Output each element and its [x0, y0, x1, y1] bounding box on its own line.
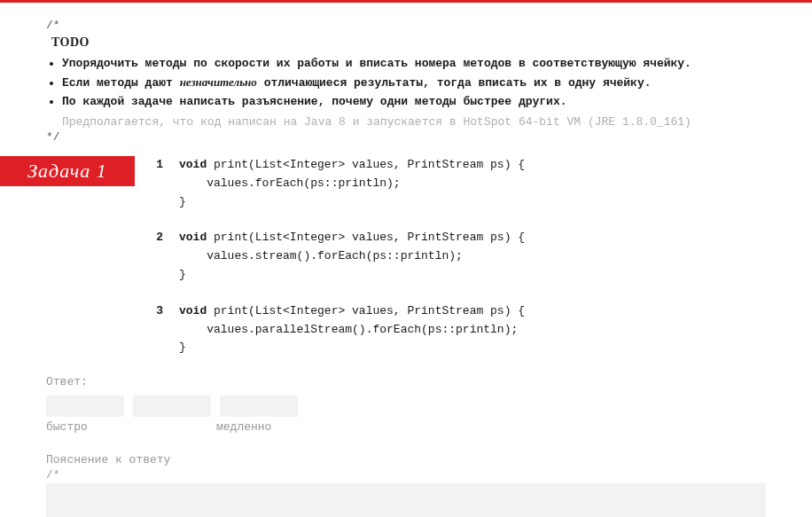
code-area: 1 void print(List<Integer> values, Print…: [135, 156, 766, 366]
snippet-number: 3: [152, 302, 179, 357]
snippet-number: 2: [152, 229, 179, 284]
code-snippet: 1 void print(List<Integer> values, Print…: [152, 156, 766, 211]
todo-item: Если методы дают незначительно отличающи…: [62, 75, 766, 90]
explanation-input[interactable]: [46, 483, 766, 517]
explanation-open: /*: [46, 468, 766, 482]
speed-row: быстро медленно: [46, 420, 766, 434]
answer-label: Ответ:: [46, 375, 766, 388]
todo-item: Упорядочить методы по скорости их работы…: [62, 57, 766, 70]
answer-boxes: [46, 396, 766, 417]
assumption-text: Предполагается, что код написан на Java …: [62, 115, 766, 129]
todo-heading: TODO: [51, 35, 766, 50]
snippet-code: void print(List<Integer> values, PrintSt…: [179, 302, 525, 357]
comment-open: /*: [46, 19, 766, 32]
snippet-code: void print(List<Integer> values, PrintSt…: [179, 156, 525, 211]
todo-item: По каждой задаче написать разъяснение, п…: [62, 95, 766, 108]
snippet-code: void print(List<Integer> values, PrintSt…: [179, 229, 525, 284]
slow-label: медленно: [216, 420, 271, 434]
comment-close: */: [46, 130, 766, 144]
answer-input-mid[interactable]: [133, 396, 211, 417]
todo-list: Упорядочить методы по скорости их работы…: [46, 57, 766, 108]
answer-input-slow[interactable]: [220, 396, 298, 417]
snippet-number: 1: [152, 156, 179, 211]
task-badge: Задача 1: [0, 156, 135, 186]
explanation-label: Пояснение к ответу: [46, 453, 766, 466]
answer-input-fast[interactable]: [46, 396, 124, 417]
code-snippet: 3 void print(List<Integer> values, Print…: [152, 302, 766, 357]
fast-label: быстро: [46, 420, 216, 434]
code-snippet: 2 void print(List<Integer> values, Print…: [152, 229, 766, 284]
